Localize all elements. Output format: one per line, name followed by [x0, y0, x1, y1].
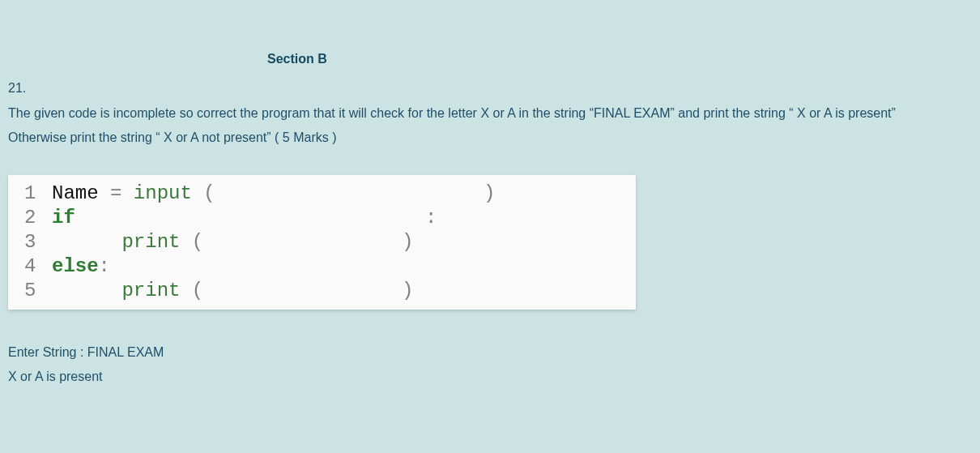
output-line-2: X or A is present [8, 365, 972, 389]
code-blank [203, 280, 402, 301]
code-token-paren-close: ) [484, 182, 495, 204]
output-line-1: Enter String : FINAL EXAM [8, 340, 972, 365]
code-token-operator: = [110, 182, 121, 204]
line-number: 5 [24, 279, 52, 303]
code-token-paren-open: ( [203, 182, 215, 204]
code-blank [203, 231, 402, 253]
code-line-2: 2if : [24, 206, 623, 230]
code-line-5: 5 print ( ) [24, 279, 623, 303]
code-token-paren-open: ( [192, 231, 203, 253]
line-number: 2 [24, 206, 52, 230]
code-line-4: 4else: [24, 254, 623, 279]
line-number: 1 [24, 182, 52, 206]
code-token-colon: : [99, 255, 110, 277]
code-blank [75, 207, 425, 229]
code-token-colon: : [425, 207, 437, 229]
code-token-keyword: else [52, 255, 99, 277]
code-indent [52, 280, 121, 301]
code-token-paren-close: ) [402, 231, 413, 253]
code-token-paren-close: ) [402, 280, 413, 301]
question-text-line-2: Otherwise print the string “ X or A not … [8, 126, 972, 150]
code-line-1: 1Name = input ( ) [24, 182, 623, 206]
code-token-function: print [121, 231, 191, 253]
code-token-keyword: if [52, 207, 75, 229]
line-number: 3 [24, 230, 52, 254]
code-line-3: 3 print ( ) [24, 230, 623, 254]
code-token-paren-open: ( [192, 280, 203, 301]
code-token-function: input [121, 182, 203, 204]
code-indent [52, 231, 121, 253]
code-block: 1Name = input ( ) 2if : 3 print ( ) 4els… [8, 175, 636, 310]
code-token-identifier: Name [52, 182, 110, 204]
question-text-line-1: The given code is incomplete so correct … [8, 101, 972, 126]
code-token-function: print [121, 280, 191, 301]
question-number: 21. [8, 76, 972, 100]
code-blank [215, 182, 484, 204]
sample-output: Enter String : FINAL EXAM X or A is pres… [8, 340, 972, 390]
line-number: 4 [24, 254, 52, 279]
section-title: Section B [8, 47, 972, 71]
